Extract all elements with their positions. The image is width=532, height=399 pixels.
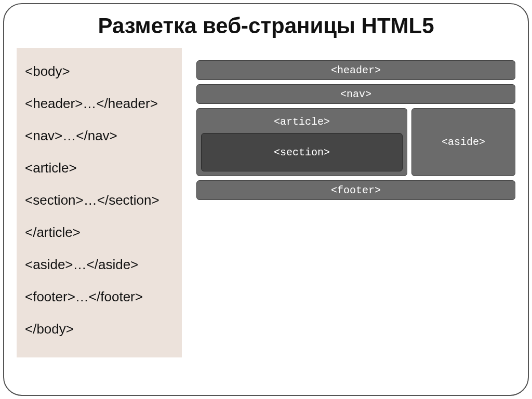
code-column: <body> <header>…</header> <nav>…</nav> <… <box>17 48 182 357</box>
diagram-article-box: <article> <section> <box>196 108 407 176</box>
code-line-header: <header>…</header> <box>25 87 174 119</box>
diagram-article-label: <article> <box>201 113 403 133</box>
diagram-footer-box: <footer> <box>196 180 515 200</box>
code-line-nav: <nav>…</nav> <box>25 119 174 152</box>
code-line-aside: <aside>…</aside> <box>25 248 174 281</box>
code-line-article-open: <article> <box>25 152 174 184</box>
code-line-body-open: <body> <box>25 55 174 87</box>
code-line-section: <section>…</section> <box>25 184 174 216</box>
slide-frame: Разметка веб-страницы HTML5 <body> <head… <box>3 3 529 396</box>
diagram-column: <header> <nav> <article> <section> <asid… <box>196 60 515 200</box>
code-line-article-close: </article> <box>25 216 174 248</box>
diagram-aside-box: <aside> <box>411 108 515 176</box>
diagram-nav-box: <nav> <box>196 84 515 104</box>
diagram-section-box: <section> <box>201 133 403 171</box>
content-row: <body> <header>…</header> <nav>…</nav> <… <box>17 48 515 357</box>
diagram-mid-row: <article> <section> <aside> <box>196 108 515 176</box>
page-title: Разметка веб-страницы HTML5 <box>17 14 515 38</box>
code-line-body-close: </body> <box>25 313 174 345</box>
code-line-footer: <footer>…</footer> <box>25 281 174 313</box>
diagram-header-box: <header> <box>196 60 515 80</box>
